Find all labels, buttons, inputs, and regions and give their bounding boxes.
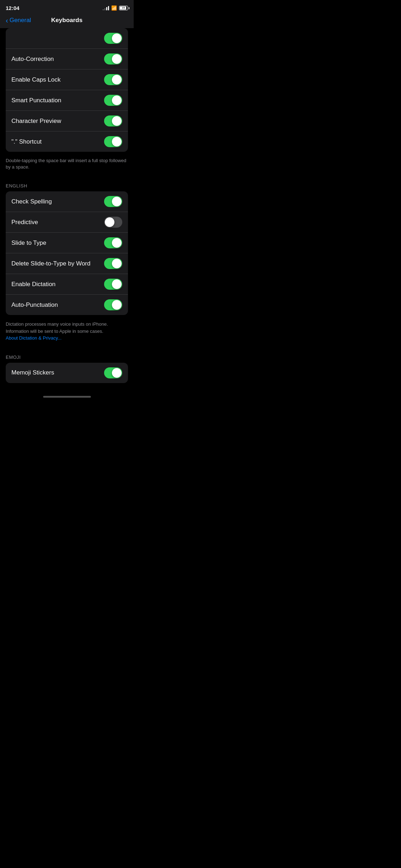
settings-row-slide-to-type: Slide to Type [6, 233, 128, 253]
status-icons: 📶 77 [103, 5, 128, 11]
settings-row-character-preview: Character Preview [6, 111, 128, 131]
toggle-period-shortcut[interactable] [104, 136, 122, 147]
settings-row [6, 28, 128, 49]
settings-row-period-shortcut: "." Shortcut [6, 131, 128, 152]
battery-icon: 77 [119, 6, 128, 10]
nav-bar: ‹ General Keyboards [0, 14, 134, 28]
home-indicator [0, 393, 134, 399]
toggle-check-spelling[interactable] [104, 196, 122, 207]
row-label: Slide to Type [11, 239, 46, 247]
settings-group-english: Check Spelling Predictive Slide to Type … [6, 191, 128, 315]
settings-row-enable-dictation: Enable Dictation [6, 274, 128, 295]
row-label: Delete Slide-to-Type by Word [11, 260, 91, 267]
row-label: Character Preview [11, 118, 61, 125]
back-label: General [10, 17, 31, 24]
settings-row-caps-lock: Enable Caps Lock [6, 69, 128, 90]
settings-row-smart-punctuation: Smart Punctuation [6, 90, 128, 111]
status-bar: 12:04 📶 77 [0, 0, 134, 14]
toggle-predictive[interactable] [104, 217, 122, 228]
home-indicator-bar [43, 396, 91, 398]
toggle-character-preview[interactable] [104, 115, 122, 126]
signal-icon [103, 6, 109, 10]
row-label: Enable Dictation [11, 281, 56, 288]
row-label: "." Shortcut [11, 138, 42, 145]
settings-row-check-spelling: Check Spelling [6, 191, 128, 212]
toggle-partial[interactable] [104, 33, 122, 44]
english-section-header: ENGLISH [0, 176, 134, 191]
settings-row-auto-punctuation: Auto-Punctuation [6, 295, 128, 315]
settings-row-delete-slide-type: Delete Slide-to-Type by Word [6, 253, 128, 274]
settings-group-1: Auto-Correction Enable Caps Lock Smart P… [6, 28, 128, 152]
toggle-slide-to-type[interactable] [104, 237, 122, 248]
toggle-auto-punctuation[interactable] [104, 299, 122, 310]
row-label: Auto-Punctuation [11, 301, 58, 309]
period-shortcut-note: Double-tapping the space bar will insert… [0, 155, 134, 176]
chevron-left-icon: ‹ [6, 17, 8, 24]
settings-row-auto-correction: Auto-Correction [6, 49, 128, 69]
toggle-enable-dictation[interactable] [104, 279, 122, 290]
row-label: Memoji Stickers [11, 369, 54, 376]
status-time: 12:04 [6, 5, 19, 11]
emoji-section-header: EMOJI [0, 347, 134, 363]
row-label: Predictive [11, 219, 38, 226]
row-label: Check Spelling [11, 198, 52, 205]
settings-row-predictive: Predictive [6, 212, 128, 233]
row-label: Enable Caps Lock [11, 76, 61, 83]
toggle-delete-slide-type[interactable] [104, 258, 122, 269]
wifi-icon: 📶 [111, 5, 117, 11]
row-label: Smart Punctuation [11, 97, 61, 104]
page-title: Keyboards [51, 17, 83, 24]
row-label: Auto-Correction [11, 56, 54, 63]
content: Auto-Correction Enable Caps Lock Smart P… [0, 28, 134, 393]
toggle-smart-punctuation[interactable] [104, 95, 122, 106]
settings-group-emoji: Memoji Stickers [6, 363, 128, 383]
dictation-note: Dictation processes many voice inputs on… [0, 318, 134, 347]
dictation-privacy-link[interactable]: About Dictation & Privacy... [6, 335, 62, 341]
back-button[interactable]: ‹ General [6, 17, 31, 24]
toggle-auto-correction[interactable] [104, 53, 122, 64]
toggle-caps-lock[interactable] [104, 74, 122, 85]
toggle-memoji-stickers[interactable] [104, 367, 122, 378]
settings-row-memoji-stickers: Memoji Stickers [6, 363, 128, 383]
